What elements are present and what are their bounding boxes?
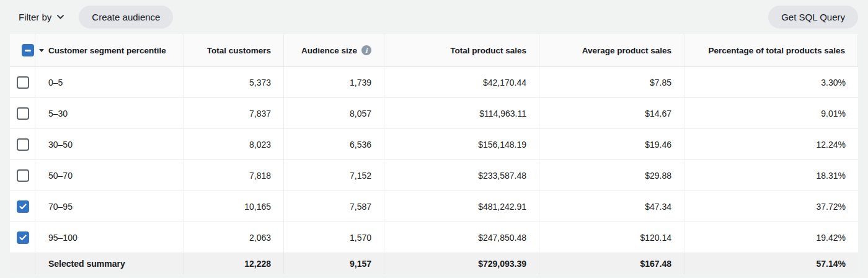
row-select-cell [10,191,35,222]
get-sql-query-button[interactable]: Get SQL Query [768,6,858,29]
row-checkbox[interactable] [17,200,29,213]
cell-average-product-sales: $19.46 [539,129,684,159]
cell-audience-size: 7,152 [284,160,384,191]
summary-label: Selected summary [35,253,184,274]
table-row[interactable]: 50–70 7,818 7,152 $233,587.48 $29.88 18.… [10,160,858,191]
row-select-cell [10,160,35,191]
cell-percentile: 70–95 [35,191,184,222]
header-select-cell [10,34,35,66]
cell-percentage-of-total: 12.24% [684,129,858,159]
table-row[interactable]: 5–30 7,837 8,057 $114,963.11 $14.67 9.01… [10,98,858,129]
cell-percentile: 0–5 [35,67,184,97]
chevron-down-icon [57,15,64,19]
cell-total-product-sales: $156,148.19 [384,129,539,159]
cell-total-customers: 10,165 [184,191,284,222]
toolbar: Filter by Create audience Get SQL Query [0,0,868,34]
row-select-cell [10,67,35,97]
column-header-total-product-sales[interactable]: Total product sales [384,34,539,66]
row-select-cell [10,222,35,253]
cell-average-product-sales: $29.88 [539,160,684,191]
row-checkbox[interactable] [17,231,29,244]
summary-total-product-sales: $729,093.39 [384,253,539,274]
cell-percentile: 50–70 [35,160,184,191]
cell-percentage-of-total: 18.31% [684,160,858,191]
table-header-row: Customer segment percentile Total custom… [10,34,858,67]
summary-average-product-sales: $167.48 [539,253,684,274]
cell-audience-size: 1,739 [284,67,384,97]
column-header-average-product-sales[interactable]: Average product sales [539,34,684,66]
select-all-checkbox[interactable] [22,44,34,56]
column-header-audience-size[interactable]: Audience size i [284,34,384,66]
row-checkbox[interactable] [17,76,29,89]
table-row[interactable]: 95–100 2,063 1,570 $247,850.48 $120.14 1… [10,222,858,253]
cell-percentage-of-total: 19.42% [684,222,858,253]
summary-select-cell [10,253,35,274]
row-checkbox[interactable] [17,169,29,182]
row-select-cell [10,129,35,159]
cell-audience-size: 1,570 [284,222,384,253]
filter-by-label: Filter by [19,12,51,22]
table-row[interactable]: 70–95 10,165 7,587 $481,242.91 $47.34 37… [10,191,858,222]
cell-total-product-sales: $233,587.48 [384,160,539,191]
selected-summary-row: Selected summary 12,228 9,157 $729,093.3… [10,253,858,274]
cell-total-product-sales: $481,242.91 [384,191,539,222]
column-header-total-customers[interactable]: Total customers [184,34,284,66]
row-checkbox[interactable] [17,107,29,120]
cell-percentile: 30–50 [35,129,184,159]
cell-percentile: 5–30 [35,98,184,128]
summary-audience-size: 9,157 [284,253,384,274]
check-icon [19,204,27,210]
cell-total-product-sales: $114,963.11 [384,98,539,128]
check-icon [19,235,27,241]
cell-audience-size: 7,587 [284,191,384,222]
summary-percentage-of-total: 57.14% [684,253,858,274]
info-icon[interactable]: i [361,45,371,55]
cell-total-customers: 5,373 [184,67,284,97]
table-row[interactable]: 30–50 8,023 6,536 $156,148.19 $19.46 12.… [10,129,858,160]
column-header-percentage-of-total-products-sales[interactable]: Percentage of total products sales [684,34,858,66]
column-header-customer-segment-percentile[interactable]: Customer segment percentile [35,34,184,66]
cell-percentage-of-total: 3.30% [684,67,858,97]
summary-total-customers: 12,228 [184,253,284,274]
row-select-cell [10,98,35,128]
cell-percentile: 95–100 [35,222,184,253]
cell-audience-size: 8,057 [284,98,384,128]
table-row[interactable]: 0–5 5,373 1,739 $42,170.44 $7.85 3.30% [10,67,858,98]
cell-total-customers: 7,837 [184,98,284,128]
cell-average-product-sales: $47.34 [539,191,684,222]
cell-average-product-sales: $14.67 [539,98,684,128]
cell-total-customers: 8,023 [184,129,284,159]
cell-average-product-sales: $120.14 [539,222,684,253]
create-audience-button[interactable]: Create audience [79,6,173,29]
cell-average-product-sales: $7.85 [539,67,684,97]
cell-total-product-sales: $247,850.48 [384,222,539,253]
cell-total-customers: 2,063 [184,222,284,253]
audience-size-label: Audience size [301,46,357,55]
table-body: 0–5 5,373 1,739 $42,170.44 $7.85 3.30% 5… [10,67,858,253]
cell-audience-size: 6,536 [284,129,384,159]
cell-percentage-of-total: 37.72% [684,191,858,222]
filter-by-dropdown[interactable]: Filter by [19,12,64,22]
cell-percentage-of-total: 9.01% [684,98,858,128]
audience-segments-table: Customer segment percentile Total custom… [10,34,858,274]
row-checkbox[interactable] [17,138,29,151]
cell-total-customers: 7,818 [184,160,284,191]
minus-icon [25,50,31,52]
cell-total-product-sales: $42,170.44 [384,67,539,97]
